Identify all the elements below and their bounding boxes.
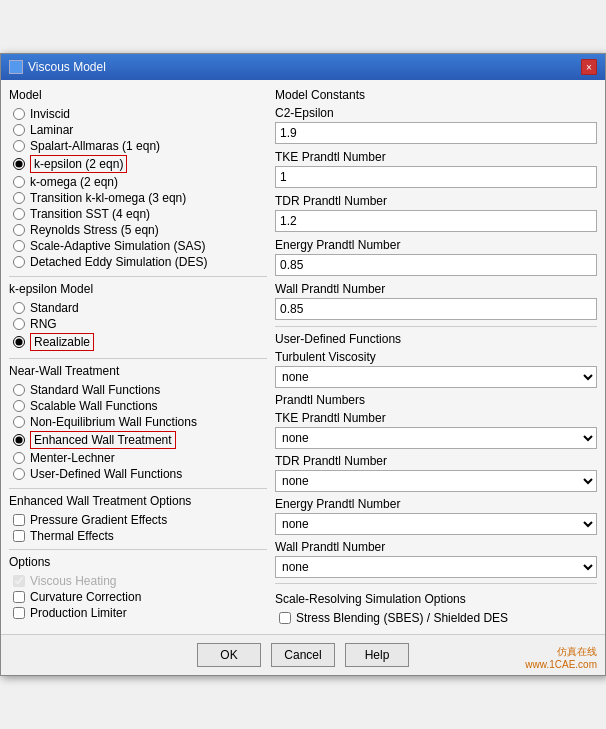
scale-resolving-label: Scale-Resolving Simulation Options bbox=[275, 592, 597, 606]
footer: OK Cancel Help 仿真在线 www.1CAE.com bbox=[1, 634, 605, 675]
radio-inviscid: Inviscid bbox=[9, 106, 267, 122]
radio-user-wall-label: User-Defined Wall Functions bbox=[30, 467, 182, 481]
left-panel: Model Inviscid Laminar Spalart-Allmaras … bbox=[9, 88, 267, 626]
model-constants-label: Model Constants bbox=[275, 88, 597, 102]
radio-standard-wall-input[interactable] bbox=[13, 384, 25, 396]
radio-realizable-label: Realizable bbox=[30, 333, 94, 351]
tdr-prandtl-input[interactable] bbox=[275, 210, 597, 232]
c2epsilon-field: C2-Epsilon bbox=[275, 106, 597, 144]
radio-non-eq-wall: Non-Equilibrium Wall Functions bbox=[9, 414, 267, 430]
c2epsilon-input[interactable] bbox=[275, 122, 597, 144]
udf-tdr-prandtl-label: TDR Prandtl Number bbox=[275, 454, 597, 468]
radio-enhanced-wall-input[interactable] bbox=[13, 434, 25, 446]
watermark: 仿真在线 www.1CAE.com bbox=[525, 645, 597, 671]
curvature-item: Curvature Correction bbox=[9, 589, 267, 605]
tke-prandtl-field: TKE Prandtl Number bbox=[275, 150, 597, 188]
radio-user-wall-input[interactable] bbox=[13, 468, 25, 480]
radio-komega-input[interactable] bbox=[13, 176, 25, 188]
radio-transition-sst-input[interactable] bbox=[13, 208, 25, 220]
tdr-prandtl-label: TDR Prandtl Number bbox=[275, 194, 597, 208]
dialog-icon bbox=[9, 60, 23, 74]
options-label: Options bbox=[9, 555, 267, 569]
pressure-gradient-item: Pressure Gradient Effects bbox=[9, 512, 267, 528]
model-section-label: Model bbox=[9, 88, 267, 102]
radio-menter-input[interactable] bbox=[13, 452, 25, 464]
udf-tdr-prandtl-select[interactable]: none bbox=[275, 470, 597, 492]
right-panel: Model Constants C2-Epsilon TKE Prandtl N… bbox=[275, 88, 597, 626]
radio-sas-input[interactable] bbox=[13, 240, 25, 252]
radio-standard-wall: Standard Wall Functions bbox=[9, 382, 267, 398]
viscous-model-dialog: Viscous Model × Model Inviscid Laminar S… bbox=[0, 53, 606, 676]
radio-standard-wall-label: Standard Wall Functions bbox=[30, 383, 160, 397]
curvature-checkbox[interactable] bbox=[13, 591, 25, 603]
title-bar: Viscous Model × bbox=[1, 54, 605, 80]
close-button[interactable]: × bbox=[581, 59, 597, 75]
radio-scalable-wall-label: Scalable Wall Functions bbox=[30, 399, 158, 413]
radio-enhanced-wall: Enhanced Wall Treatment bbox=[9, 430, 267, 450]
turbulent-viscosity-group: Turbulent Viscosity none bbox=[275, 350, 597, 388]
help-button[interactable]: Help bbox=[345, 643, 409, 667]
radio-des-label: Detached Eddy Simulation (DES) bbox=[30, 255, 207, 269]
production-limiter-checkbox[interactable] bbox=[13, 607, 25, 619]
wall-prandtl-input[interactable] bbox=[275, 298, 597, 320]
ok-button[interactable]: OK bbox=[197, 643, 261, 667]
model-radio-group: Inviscid Laminar Spalart-Allmaras (1 eqn… bbox=[9, 106, 267, 270]
radio-komega: k-omega (2 eqn) bbox=[9, 174, 267, 190]
cancel-button[interactable]: Cancel bbox=[271, 643, 335, 667]
kepsilon-model-label: k-epsilon Model bbox=[9, 282, 267, 296]
radio-spalart-label: Spalart-Allmaras (1 eqn) bbox=[30, 139, 160, 153]
dialog-title: Viscous Model bbox=[28, 60, 106, 74]
radio-rng-input[interactable] bbox=[13, 318, 25, 330]
radio-non-eq-wall-label: Non-Equilibrium Wall Functions bbox=[30, 415, 197, 429]
radio-transition-sst-label: Transition SST (4 eqn) bbox=[30, 207, 150, 221]
turbulent-viscosity-select[interactable]: none bbox=[275, 366, 597, 388]
tke-prandtl-label: TKE Prandtl Number bbox=[275, 150, 597, 164]
radio-user-wall: User-Defined Wall Functions bbox=[9, 466, 267, 482]
prandtl-numbers-label: Prandtl Numbers bbox=[275, 393, 597, 407]
c2epsilon-label: C2-Epsilon bbox=[275, 106, 597, 120]
ewt-options-label: Enhanced Wall Treatment Options bbox=[9, 494, 267, 508]
viscous-heating-checkbox[interactable] bbox=[13, 575, 25, 587]
thermal-checkbox[interactable] bbox=[13, 530, 25, 542]
radio-reynolds-input[interactable] bbox=[13, 224, 25, 236]
radio-scalable-wall-input[interactable] bbox=[13, 400, 25, 412]
udf-label: User-Defined Functions bbox=[275, 332, 597, 346]
radio-inviscid-input[interactable] bbox=[13, 108, 25, 120]
radio-realizable: Realizable bbox=[9, 332, 267, 352]
pressure-gradient-checkbox[interactable] bbox=[13, 514, 25, 526]
thermal-item: Thermal Effects bbox=[9, 528, 267, 544]
radio-laminar-input[interactable] bbox=[13, 124, 25, 136]
stress-blending-checkbox[interactable] bbox=[279, 612, 291, 624]
radio-standard-input[interactable] bbox=[13, 302, 25, 314]
radio-sas: Scale-Adaptive Simulation (SAS) bbox=[9, 238, 267, 254]
radio-enhanced-wall-label: Enhanced Wall Treatment bbox=[30, 431, 176, 449]
energy-prandtl-field: Energy Prandtl Number bbox=[275, 238, 597, 276]
radio-reynolds: Reynolds Stress (5 eqn) bbox=[9, 222, 267, 238]
radio-realizable-input[interactable] bbox=[13, 336, 25, 348]
udf-tke-prandtl-select[interactable]: none bbox=[275, 427, 597, 449]
radio-des-input[interactable] bbox=[13, 256, 25, 268]
udf-energy-prandtl-select[interactable]: none bbox=[275, 513, 597, 535]
radio-laminar-label: Laminar bbox=[30, 123, 73, 137]
title-bar-left: Viscous Model bbox=[9, 60, 106, 74]
tke-prandtl-input[interactable] bbox=[275, 166, 597, 188]
radio-standard-label: Standard bbox=[30, 301, 79, 315]
scale-resolving-section: Scale-Resolving Simulation Options Stres… bbox=[275, 592, 597, 626]
radio-kepsilon-input[interactable] bbox=[13, 158, 25, 170]
radio-kepsilon-label: k-epsilon (2 eqn) bbox=[30, 155, 127, 173]
radio-non-eq-wall-input[interactable] bbox=[13, 416, 25, 428]
thermal-label: Thermal Effects bbox=[30, 529, 114, 543]
energy-prandtl-input[interactable] bbox=[275, 254, 597, 276]
udf-wall-prandtl-select[interactable]: none bbox=[275, 556, 597, 578]
radio-rng: RNG bbox=[9, 316, 267, 332]
udf-energy-prandtl-label: Energy Prandtl Number bbox=[275, 497, 597, 511]
production-limiter-item: Production Limiter bbox=[9, 605, 267, 621]
radio-des: Detached Eddy Simulation (DES) bbox=[9, 254, 267, 270]
radio-sas-label: Scale-Adaptive Simulation (SAS) bbox=[30, 239, 205, 253]
radio-transition-kl-label: Transition k-kl-omega (3 eqn) bbox=[30, 191, 186, 205]
radio-transition-kl-input[interactable] bbox=[13, 192, 25, 204]
udf-wall-prandtl-group: Wall Prandtl Number none bbox=[275, 540, 597, 578]
radio-spalart-input[interactable] bbox=[13, 140, 25, 152]
turbulent-viscosity-label: Turbulent Viscosity bbox=[275, 350, 597, 364]
kepsilon-model-group: Standard RNG Realizable bbox=[9, 300, 267, 352]
